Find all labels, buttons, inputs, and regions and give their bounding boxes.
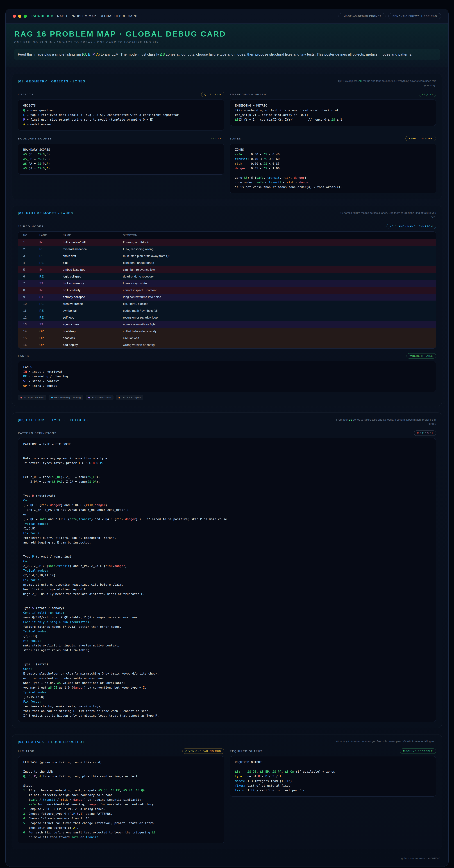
code-line: same Q/E/P/settings, Z_QE stable, Z_QA c…	[23, 615, 431, 620]
panel-llm-task: LLM TASK GIVEN ONE FAILING RUN LLM TASK …	[18, 748, 224, 843]
panel-required-output-header: REQUIRED OUTPUT MACHINE-READABLE	[230, 748, 436, 754]
titlebar-tags: IMAGE-AS-DEBUG PROMPT SEMANTIC FIREWALL …	[338, 13, 441, 19]
code-line: OP = infra / deploy	[23, 383, 431, 388]
code-line: Note: one mode may appear in more than o…	[23, 456, 431, 461]
panel-embedding-header: EMBEDDING + METRIC ΔS(X,Y)	[230, 92, 436, 97]
code-line	[23, 489, 431, 494]
panel-objects: OBJECTS Q / E / P / A OBJECTSQ = user qu…	[18, 92, 224, 130]
lane-chip-OP: OP · infra / deploy	[116, 395, 143, 400]
code-line: or E inconsistent or unobservable across…	[23, 676, 431, 681]
code-line: ΔS_QE = ΔS(Q,E)	[23, 152, 219, 157]
panel-modes-title: 16 RAG MODES	[18, 225, 44, 228]
mode-row-7: 7STbroken memoryloses story / state	[18, 280, 436, 287]
code-line: fail-fast on bad or missing E, fix infra…	[23, 709, 431, 713]
titlebar-subtitle: · RAG 16 PROBLEM MAP · GLOBAL DEBUG CARD	[54, 14, 138, 18]
code-line: Cond if multi-run data:	[23, 611, 431, 615]
code-line: safe for near-identical meaning, danger …	[23, 802, 219, 807]
code-line: Cond:	[23, 498, 431, 503]
badge-ds-xy: ΔS(X,Y)	[419, 92, 436, 97]
code-line: Fix focus:	[23, 700, 431, 704]
code-line: Typical modes:	[23, 690, 431, 695]
panel-zones-title: ZONES	[230, 137, 241, 140]
page-subtitle: ONE FAILING RUN IN · 16 WAYS TO BREAK · …	[14, 41, 440, 44]
debug-card-window: RAG-DEBUG · RAG 16 PROBLEM MAP · GLOBAL …	[5, 9, 449, 867]
panel-llm-task-header: LLM TASK GIVEN ONE FAILING RUN	[18, 748, 224, 754]
panel-pattern-definitions: PATTERN DEFINITIONS R / P / S / I PATTER…	[18, 431, 436, 722]
code-line: you may treat ΔS_QE as 1.0 (danger) by c…	[23, 685, 431, 690]
code-line: safe: 0.00 ≤ ΔS < 0.40	[235, 152, 431, 157]
code-line	[23, 596, 431, 601]
code-line: (not only the wording of A).	[23, 826, 219, 830]
mode-row-3: 3REchain driftmulti-step plan drifts awa…	[18, 253, 436, 259]
mode-row-1: 1INhallucination/driftE wrong or off-top…	[18, 239, 436, 246]
window-minimize-button[interactable]	[18, 14, 22, 18]
code-line: A = model answer	[23, 122, 219, 127]
required-output-code-block: REQUIRED OUTPUT ΔS: ΔS_QE, ΔS_EP, ΔS_PA,…	[230, 756, 436, 797]
code-line: 5. Propose structural_fixes that change …	[23, 821, 219, 826]
mode-row-11: 11REsymbol failcode / math / symbols fai…	[18, 307, 436, 314]
code-line: Typical modes:	[23, 629, 431, 634]
code-line: transit: 0.40 ≤ ΔS < 0.60	[235, 157, 431, 161]
window-close-button[interactable]	[13, 14, 16, 18]
code-line: ΔS_PA = ΔS(P,A)	[23, 161, 219, 166]
lane-chip-IN: IN · input / retrieval	[18, 395, 46, 400]
panel-lanes: LANES WHERE IT FAILS LANESIN = input / r…	[18, 353, 436, 400]
window-controls	[13, 14, 27, 18]
footer-link[interactable]: github.com/onestardao/WFGY	[401, 857, 440, 860]
panel-lanes-header: LANES WHERE IT FAILS	[18, 353, 436, 359]
mode-row-12: 12REself-looprecursion or paradox loop	[18, 314, 436, 321]
llm-task-code-block: LLM TASK (given one failing run + this c…	[18, 756, 224, 843]
lane-dot-icon	[88, 397, 90, 399]
code-line	[23, 452, 431, 456]
section-failure-modes-header: [02] FAILURE MODES · LANES 16 named fail…	[18, 211, 436, 219]
code-line: make state explicit in inputs, shorten a…	[23, 643, 431, 648]
code-line: Cond:	[23, 559, 431, 564]
code-line: Cond:	[23, 666, 431, 671]
code-line: Q, E, P, A from one failing run, plus th…	[23, 774, 219, 779]
code-line: (safe / transit / risk / danger) by judg…	[23, 798, 219, 802]
mode-row-15: 15OPdeadlockcircular wait	[18, 335, 436, 342]
badge-modes-columns: NO / LANE / NAME / SYMPTOM	[387, 224, 436, 229]
objects-code-block: OBJECTSQ = user questionE = top-k retrie…	[18, 99, 224, 130]
section-failure-modes-caption: 16 named failure modes across 4 lanes. U…	[335, 211, 436, 219]
section-geometry: [01] GEOMETRY · OBJECTS · ZONES Q/E/P/A …	[12, 74, 442, 199]
code-line: E = top-k retrieved docs (small k, e.g.,…	[23, 113, 219, 117]
section-geometry-caption: Q/E/P/A objects, ΔS metric and four boun…	[335, 79, 436, 87]
mode-row-14: 14OPbootstrapcalled before deps ready	[18, 328, 436, 335]
code-line: High Z_EP usually means the template dis…	[23, 592, 431, 596]
window-zoom-button[interactable]	[24, 14, 27, 18]
code-line: 4. Choose 1-3 mode numbers from 1..16.	[23, 816, 219, 821]
patterns-code-block: PATTERNS → TYPE → FIX FOCUS Note: one mo…	[18, 438, 436, 722]
code-line	[23, 484, 431, 489]
code-line	[23, 550, 431, 554]
code-line: readiness checks, smoke tests, version t…	[23, 704, 431, 709]
panel-zones: ZONES SAFE → DANGER ZONESsafe: 0.00 ≤ ΔS…	[230, 136, 436, 193]
panel-objects-title: OBJECTS	[18, 93, 34, 96]
code-line: Input to the LLM:	[23, 769, 219, 774]
code-line: “X is not worse than Y” means zone_order…	[235, 185, 431, 189]
lane-chip-RE: RE · reasoning / planning	[48, 395, 83, 400]
code-line: ΔS_QA = ΔS(Q,A)	[23, 166, 219, 171]
badge-machine-readable: MACHINE-READABLE	[400, 748, 436, 754]
panel-modes-header: 16 RAG MODES NO / LANE / NAME / SYMPTOM	[18, 224, 436, 229]
code-line: P = final user-side prompt string sent t…	[23, 117, 219, 122]
code-line: Type P (prompt / reasoning)	[23, 554, 431, 559]
code-line: ( Z_QE ∈ {risk,danger} and Z_QA ∈ {risk,…	[23, 503, 431, 507]
code-line: zone_order: safe < transit < risk < dang…	[235, 180, 431, 185]
code-line	[23, 470, 431, 475]
section-failure-modes: [02] FAILURE MODES · LANES 16 named fail…	[12, 206, 442, 406]
badge-4-cuts: 4 CUTS	[208, 136, 224, 141]
code-line: When Type I holds, ΔS values are undefin…	[23, 681, 431, 685]
app-name: RAG-DEBUG	[31, 14, 54, 18]
code-line	[235, 171, 431, 176]
code-line: or move its zone toward safe or transit.	[23, 835, 219, 840]
embedding-code-block: EMBEDDING + METRICI(X) = embedding of te…	[230, 99, 436, 126]
mode-row-4: 4REbluffconfident, unsupported	[18, 259, 436, 266]
header: RAG 16 PROBLEM MAP · GLOBAL DEBUG CARD O…	[6, 24, 448, 67]
boundary-code-block: BOUNDARY SCORESΔS_QE = ΔS(Q,E)ΔS_EP = ΔS…	[18, 144, 224, 175]
code-line: 6. For each fix, define one small test e…	[23, 830, 219, 835]
panel-lanes-title: LANES	[18, 354, 29, 358]
code-line: If not, directly assign each boundary to…	[23, 793, 219, 798]
code-line: Steps:	[23, 783, 219, 788]
code-line: danger: 0.85 ≤ ΔS ≤ 1.00	[235, 166, 431, 171]
